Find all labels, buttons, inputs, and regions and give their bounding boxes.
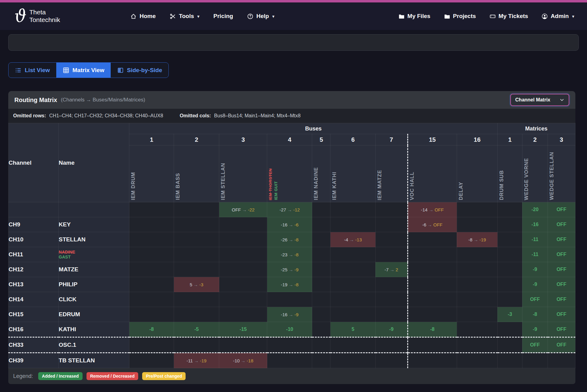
matrix-cell: [174, 307, 219, 322]
col-header-name: Name: [59, 123, 129, 202]
matrix-cell: OFF: [522, 337, 548, 353]
nav-item-admin[interactable]: Admin▾: [541, 13, 574, 20]
matrix-cell: [219, 292, 267, 307]
brand-logo-icon: ϑ: [12, 7, 26, 25]
matrix-cell: [129, 217, 174, 232]
matrix-row-ch15: CH15EDRUM-16→-9-3-8OFF: [9, 307, 575, 322]
matrix-cell: -14→OFF: [408, 202, 457, 217]
matrix-cell: OFF: [548, 232, 575, 247]
matrix-cell: [219, 247, 267, 262]
nav-item-my-files[interactable]: My Files: [398, 13, 430, 20]
matrix-cell: [267, 353, 312, 368]
name-cell: MATZE: [59, 262, 129, 277]
nav-item-help[interactable]: Help▾: [247, 13, 274, 20]
name-cell: PHILIP: [59, 277, 129, 292]
folder-icon: [444, 13, 450, 20]
channel-cell: CH11: [9, 247, 59, 262]
matrix-cell: [408, 292, 457, 307]
matrix-cell: [330, 353, 375, 368]
matrix-cell: -9: [522, 322, 548, 337]
value-old: -11: [186, 358, 193, 363]
tab-label: Matrix View: [72, 67, 104, 74]
tab-matrix-view[interactable]: Matrix View: [56, 63, 111, 78]
arrow-icon: →: [287, 252, 294, 257]
col-header-iem-nadine: IEM NADINE: [312, 145, 330, 202]
bus-label-wedge-vorne: WEDGE VORNE: [523, 158, 530, 200]
matrix-cell: [174, 232, 219, 247]
nav-item-label: Pricing: [213, 13, 233, 20]
matrix-cell: [375, 232, 408, 247]
matrix-cell: [457, 353, 497, 368]
matrix-cell: [457, 202, 497, 217]
arrow-icon: →: [287, 282, 294, 287]
matrix-cell: [267, 337, 312, 353]
value-new: -6: [294, 222, 298, 227]
matrix-type-select[interactable]: Channel Matrix: [510, 94, 569, 106]
nav-item-tools[interactable]: Tools▾: [170, 13, 199, 20]
matrix-cell: [375, 353, 408, 368]
matrix-cell: [497, 247, 522, 262]
routing-matrix-card: Routing Matrix (Channels → Buses/Mains/M…: [8, 91, 575, 384]
col-number: 6: [330, 134, 375, 145]
bus-label-iem-bass: IEM BASS: [175, 173, 181, 200]
matrix-cell: [174, 217, 219, 232]
matrix-cell: [129, 262, 174, 277]
channel-cell: CH33: [9, 337, 59, 353]
matrix-cell: [497, 353, 522, 368]
navbar: ϑ Theta Tontechnik HomeTools▾PricingHelp…: [0, 2, 587, 30]
legend-pill-pre-post-changed: Pre/Post changed: [142, 372, 186, 380]
nav-item-home[interactable]: Home: [130, 13, 156, 20]
brand[interactable]: ϑ Theta Tontechnik: [13, 8, 60, 25]
matrix-cell: -8: [522, 307, 548, 322]
value-new: -12: [293, 207, 300, 212]
nav-item-my-tickets[interactable]: My Tickets: [489, 13, 528, 20]
matrix-cell: [129, 247, 174, 262]
matrix-cell: [497, 202, 522, 217]
tab-side-by-side[interactable]: Side-by-Side: [111, 63, 168, 78]
nav-right: My FilesProjectsMy TicketsAdmin▾: [398, 13, 574, 20]
matrix-cell: OFF: [548, 247, 575, 262]
list-icon: [15, 67, 22, 74]
arrow-icon: →: [426, 222, 433, 227]
matrix-cell: [408, 232, 457, 247]
matrix-cell: OFF→-22: [219, 202, 267, 217]
tab-list-view[interactable]: List View: [9, 63, 56, 78]
channel-cell: CH39: [9, 353, 59, 368]
matrix-cell: [174, 292, 219, 307]
col-number: 2: [174, 134, 219, 145]
col-header-channel: Channel: [9, 123, 59, 202]
matrix-cell: [129, 292, 174, 307]
ticket-icon: [489, 13, 496, 20]
matrix-cell: [129, 202, 174, 217]
matrix-cell: [267, 292, 312, 307]
matrix-cell: -3: [497, 307, 522, 322]
matrix-cell: -11: [522, 232, 548, 247]
matrix-cell: [312, 232, 330, 247]
matrix-cell: 5: [330, 322, 375, 337]
matrix-cell: [375, 277, 408, 292]
col-header-drum-sub: DRUM SUB: [497, 145, 522, 202]
value-old: OFF: [232, 207, 241, 212]
channel-cell: CH12: [9, 262, 59, 277]
arrow-icon: →: [348, 237, 355, 242]
nav-item-projects[interactable]: Projects: [444, 13, 476, 20]
matrix-cell: [174, 247, 219, 262]
value-new: -19: [200, 358, 207, 363]
legend-bar: Legend: Added / IncreasedRemoved / Decre…: [8, 368, 575, 384]
col-number: 16: [457, 134, 497, 145]
col-header-iem-bass: IEM BASS: [174, 145, 219, 202]
value-new: -8: [294, 252, 298, 257]
matrix-cell: [497, 232, 522, 247]
matrix-cell: [408, 262, 457, 277]
matrix-cell: [375, 247, 408, 262]
matrix-row-ch10: CH10STELLAN-26→-8-4→-13-8→-19-11OFF: [9, 232, 575, 247]
matrix-cell: [219, 277, 267, 292]
col-number: 5: [312, 134, 330, 145]
col-header-wedge-vorne: WEDGE VORNE: [522, 145, 548, 202]
matrix-cell: [219, 262, 267, 277]
arrow-icon: →: [287, 312, 294, 317]
channel-cell: CH9: [9, 217, 59, 232]
matrix-cell: [312, 322, 330, 337]
matrix-cell: 5→-3: [174, 277, 219, 292]
nav-item-pricing[interactable]: Pricing: [213, 13, 233, 20]
